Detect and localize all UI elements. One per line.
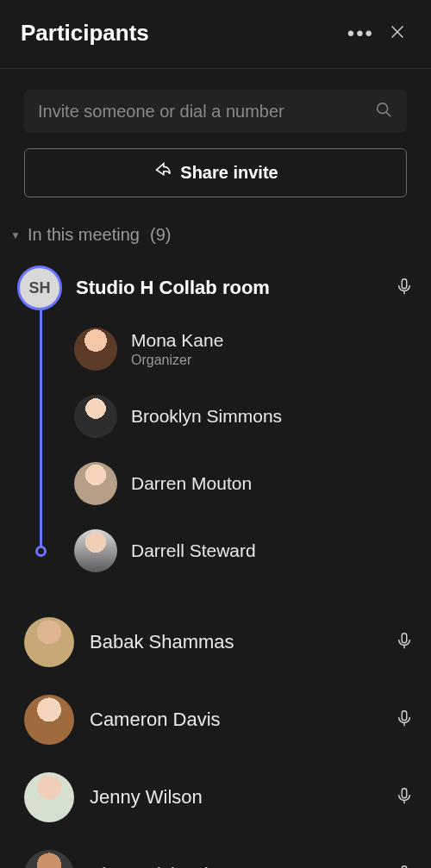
room-connector-dot (35, 546, 47, 557)
header: Participants ••• (0, 0, 431, 69)
direct-participant-list: Babak Shammas Cameron Davis Jenny Wilson (0, 603, 431, 868)
invite-area: Share invite (0, 69, 431, 213)
section-count: (9) (150, 225, 171, 245)
member-name: Darrell Steward (131, 540, 414, 561)
svg-rect-4 (402, 279, 407, 289)
room-initials: SH (28, 279, 50, 297)
microphone-icon[interactable] (395, 864, 414, 868)
invite-search-input[interactable] (38, 102, 374, 122)
close-icon (388, 22, 407, 44)
share-icon (153, 161, 172, 184)
microphone-icon[interactable] (395, 631, 414, 653)
avatar (74, 395, 117, 438)
close-button[interactable] (381, 16, 414, 51)
room-block: SH Studio H Collab room Mona Kane Organi… (0, 250, 431, 603)
more-options-button[interactable]: ••• (340, 27, 381, 41)
section-label: In this meeting (28, 225, 140, 245)
member-text: Brooklyn Simmons (131, 406, 414, 427)
participant-name: Victor Richards (90, 864, 379, 868)
svg-point-2 (378, 103, 388, 114)
microphone-icon[interactable] (395, 709, 414, 731)
section-header[interactable]: ▼ In this meeting (9) (0, 213, 431, 250)
member-name: Darren Mouton (131, 473, 414, 494)
room-member-row[interactable]: Mona Kane Organizer (74, 315, 414, 383)
room-row[interactable]: SH Studio H Collab room (17, 260, 414, 315)
participant-row[interactable]: Victor Richards (24, 836, 414, 868)
room-name: Studio H Collab room (76, 277, 381, 299)
invite-search-field[interactable] (24, 90, 407, 133)
participant-name: Babak Shammas (90, 631, 379, 653)
microphone-icon[interactable] (395, 277, 414, 299)
avatar (74, 328, 117, 371)
avatar (24, 695, 74, 745)
avatar (74, 529, 117, 572)
member-role: Organizer (131, 353, 414, 368)
share-invite-button[interactable]: Share invite (24, 148, 407, 197)
participant-row[interactable]: Cameron Davis (24, 681, 414, 759)
room-member-row[interactable]: Darrell Steward (74, 517, 414, 584)
svg-rect-10 (402, 789, 407, 798)
room-members: Mona Kane Organizer Brooklyn Simmons Dar… (40, 315, 414, 584)
room-member-row[interactable]: Brooklyn Simmons (74, 383, 414, 450)
member-name: Brooklyn Simmons (131, 406, 414, 427)
panel-title: Participants (21, 20, 340, 47)
room-member-row[interactable]: Darren Mouton (74, 450, 414, 517)
svg-rect-6 (402, 634, 407, 643)
svg-rect-8 (402, 711, 407, 721)
search-icon (374, 100, 393, 122)
participant-row[interactable]: Babak Shammas (24, 603, 414, 681)
avatar (24, 772, 74, 822)
room-avatar: SH (17, 265, 62, 310)
participant-name: Cameron Davis (90, 709, 379, 731)
avatar (74, 462, 117, 505)
svg-line-3 (386, 112, 390, 116)
share-invite-label: Share invite (180, 163, 278, 183)
participant-name: Jenny Wilson (90, 786, 379, 809)
caret-down-icon: ▼ (10, 229, 21, 241)
member-name: Mona Kane (131, 330, 414, 351)
member-text: Darrell Steward (131, 540, 414, 561)
avatar (24, 617, 74, 667)
member-text: Mona Kane Organizer (131, 330, 414, 368)
room-connector-line (40, 303, 42, 553)
avatar (24, 850, 74, 868)
participant-row[interactable]: Jenny Wilson (24, 759, 414, 836)
member-text: Darren Mouton (131, 473, 414, 494)
microphone-icon[interactable] (395, 786, 414, 809)
